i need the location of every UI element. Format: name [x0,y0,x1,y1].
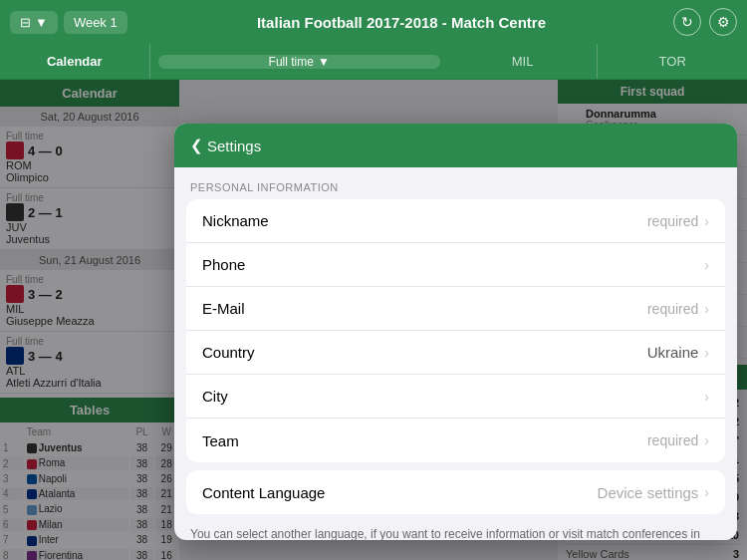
email-row[interactable]: E-Mail required › [186,287,725,331]
tab-calendar[interactable]: Calendar [0,44,150,79]
tab-mil[interactable]: MIL [448,44,599,79]
top-bar-left: ⊟ ▼ Week 1 [10,11,129,34]
dropdown-arrow: ▼ [318,55,330,69]
personal-info-group: Nickname required › Phone › E-Mail requi… [186,199,725,462]
content-language-note: You can select another language, if you … [174,522,737,540]
refresh-icon: ↻ [681,14,693,30]
top-bar-right: ↻ ⚙ [673,8,737,36]
settings-body: PERSONAL INFORMATION Nickname required ›… [174,167,737,540]
chevron-right-icon: › [704,389,709,405]
fulltime-filter[interactable]: Full time ▼ [158,55,440,69]
team-row[interactable]: Team required › [186,419,725,462]
email-label: E-Mail [202,300,647,317]
country-row[interactable]: Country Ukraine › [186,331,725,375]
main-content: Calendar Sat, 20 August 2016 Full time 4… [0,80,747,560]
content-language-row[interactable]: Content Language Device settings › [186,470,725,514]
top-bar: ⊟ ▼ Week 1 Italian Football 2017-2018 - … [0,0,747,44]
week-label: Week 1 [74,15,118,30]
city-label: City [202,388,704,405]
city-row[interactable]: City › [186,375,725,419]
content-language-label: Content Language [202,484,598,501]
page-title: Italian Football 2017-2018 - Match Centr… [137,14,665,31]
back-chevron-icon: ❮ [190,137,203,154]
email-required: required [647,301,698,317]
phone-row[interactable]: Phone › [186,243,725,287]
team-label: Team [202,432,647,449]
country-label: Country [202,344,647,361]
back-button[interactable]: ❮ Settings [190,137,261,154]
content-language-value: Device settings [598,484,699,501]
tab-tor[interactable]: TOR [598,44,747,79]
filter-icon: ⊟ [20,15,31,30]
country-value: Ukraine [647,344,699,361]
chevron-right-icon: › [704,345,709,361]
filter-button[interactable]: ⊟ ▼ [10,11,58,34]
back-label: Settings [207,138,261,154]
second-row: Calendar Full time ▼ MIL TOR [0,44,747,80]
settings-button[interactable]: ⚙ [709,8,737,36]
settings-modal: ❮ Settings PERSONAL INFORMATION Nickname… [174,124,737,540]
gear-icon: ⚙ [717,14,730,30]
phone-label: Phone [202,256,704,273]
nickname-required: required [647,213,698,229]
week-button[interactable]: Week 1 [64,11,127,34]
chevron-right-icon: › [704,257,709,273]
chevron-down-icon: ▼ [35,15,48,30]
chevron-right-icon: › [704,213,709,229]
fulltime-label: Full time [269,55,314,69]
nickname-label: Nickname [202,212,647,229]
content-language-group: Content Language Device settings › [186,470,725,514]
refresh-button[interactable]: ↻ [673,8,701,36]
nickname-row[interactable]: Nickname required › [186,199,725,243]
chevron-right-icon: › [704,484,709,500]
personal-info-section-label: PERSONAL INFORMATION [174,167,737,199]
settings-header: ❮ Settings [174,124,737,167]
chevron-right-icon: › [704,301,709,317]
chevron-right-icon: › [704,432,709,448]
team-required: required [647,432,698,448]
